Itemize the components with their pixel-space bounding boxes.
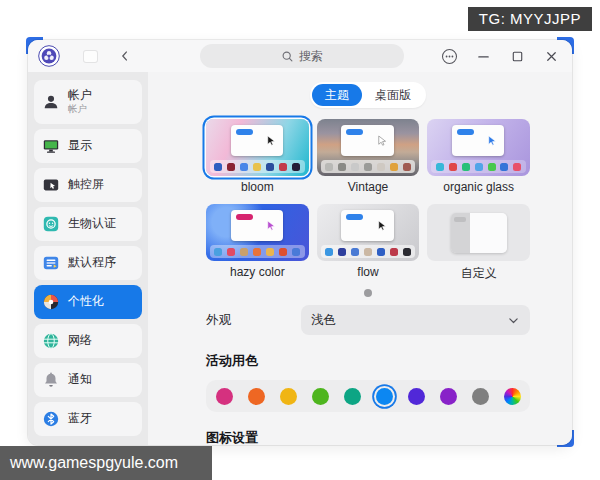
active-color-swatches xyxy=(206,380,530,412)
cursor-icon xyxy=(267,135,276,146)
mini-window xyxy=(231,210,283,241)
theme-name: flow xyxy=(317,265,420,279)
sidebar: 帐户帐户显示触控屏生物认证默认程序个性化网络通知蓝牙 xyxy=(28,72,148,445)
tab[interactable]: 桌面版 xyxy=(362,84,424,106)
dock-app-icon xyxy=(338,163,346,171)
color-swatch[interactable] xyxy=(440,388,457,405)
mini-window-titlebar xyxy=(236,214,253,220)
sidebar-item[interactable]: 帐户帐户 xyxy=(34,80,142,124)
touchscreen-icon xyxy=(42,176,60,194)
minimize-icon[interactable] xyxy=(474,47,492,65)
sidebar-item-label: 网络 xyxy=(68,334,92,348)
sidebar-item-label: 默认程序 xyxy=(68,256,116,270)
menu-ellipsis-icon[interactable] xyxy=(440,47,458,65)
personalization-icon xyxy=(42,293,60,311)
color-swatch[interactable] xyxy=(248,388,265,405)
dock-app-icon xyxy=(462,163,470,171)
sidebar-item-text: 默认程序 xyxy=(68,256,116,270)
dock-app-icon xyxy=(351,163,359,171)
cursor-icon xyxy=(488,135,497,146)
mini-window-titlebar xyxy=(457,129,474,135)
watermark-bottom-left: www.gamespgyule.com xyxy=(0,446,212,480)
sidebar-item-label: 帐户 xyxy=(68,89,92,103)
theme-thumbnail[interactable] xyxy=(317,119,420,176)
dock-app-icon xyxy=(266,163,274,171)
sidebar-item[interactable]: 默认程序 xyxy=(34,246,142,280)
color-swatch[interactable] xyxy=(376,388,393,405)
color-picker-swatch[interactable] xyxy=(504,388,521,405)
mini-dock xyxy=(431,160,526,173)
theme-thumbnail[interactable] xyxy=(427,204,530,261)
search-icon xyxy=(281,50,294,63)
chevron-down-icon xyxy=(507,314,520,327)
dock-app-icon xyxy=(325,163,333,171)
sidebar-item-text: 蓝牙 xyxy=(68,412,92,426)
dock-app-icon xyxy=(351,248,359,256)
theme-name: bloom xyxy=(206,180,309,194)
theme-thumbnail[interactable] xyxy=(206,204,309,261)
sidebar-item[interactable]: 蓝牙 xyxy=(34,402,142,436)
sidebar-item-label: 触控屏 xyxy=(68,178,104,192)
color-swatch[interactable] xyxy=(344,388,361,405)
maximize-icon[interactable] xyxy=(508,47,526,65)
sidebar-item[interactable]: 网络 xyxy=(34,324,142,358)
titlebar: 搜索 xyxy=(28,40,572,72)
app-logo-icon xyxy=(38,45,60,67)
theme-thumbnail[interactable] xyxy=(206,119,309,176)
dock-app-icon xyxy=(227,163,235,171)
sidebar-item-text: 通知 xyxy=(68,373,92,387)
default-apps-icon xyxy=(42,254,60,272)
dock-app-icon xyxy=(227,248,235,256)
search-input[interactable]: 搜索 xyxy=(200,44,404,68)
dock-app-icon xyxy=(403,163,411,171)
dock-app-icon xyxy=(488,163,496,171)
appearance-select[interactable]: 浅色 xyxy=(301,305,530,335)
dock-app-icon xyxy=(364,163,372,171)
dock-app-icon xyxy=(214,248,222,256)
sidebar-item-partial[interactable] xyxy=(34,441,142,445)
dock-app-icon xyxy=(377,163,385,171)
cursor-icon xyxy=(267,220,276,231)
color-swatch[interactable] xyxy=(312,388,329,405)
dock-app-icon xyxy=(253,248,261,256)
theme-thumbnail[interactable] xyxy=(427,119,530,176)
color-swatch[interactable] xyxy=(408,388,425,405)
color-swatch[interactable] xyxy=(280,388,297,405)
custom-theme-preview xyxy=(451,213,507,253)
mini-window-titlebar xyxy=(346,214,363,220)
pagination xyxy=(206,289,530,297)
back-button[interactable] xyxy=(114,45,136,67)
appearance-row: 外观 浅色 xyxy=(206,305,530,335)
sidebar-item[interactable]: 通知 xyxy=(34,363,142,397)
tab[interactable]: 主题 xyxy=(312,84,362,106)
sidebar-item-label: 个性化 xyxy=(68,295,104,309)
color-swatch[interactable] xyxy=(472,388,489,405)
sidebar-item[interactable]: 显示 xyxy=(34,129,142,163)
pin-indicator xyxy=(84,51,97,62)
dock-app-icon xyxy=(279,163,287,171)
pager-dot[interactable] xyxy=(364,289,372,297)
sidebar-item[interactable]: 个性化 xyxy=(34,285,142,319)
theme-card: bloom xyxy=(206,119,309,194)
theme-name: organic glass xyxy=(427,180,530,194)
close-icon[interactable] xyxy=(542,47,560,65)
dock-app-icon xyxy=(500,163,508,171)
appearance-label: 外观 xyxy=(206,312,301,329)
dock-app-icon xyxy=(292,163,300,171)
theme-name: Vintage xyxy=(317,180,420,194)
dock-app-icon xyxy=(240,248,248,256)
color-swatch[interactable] xyxy=(216,388,233,405)
theme-thumbnail[interactable] xyxy=(317,204,420,261)
custom-preview-body xyxy=(470,213,507,253)
bluetooth-icon xyxy=(42,410,60,428)
sidebar-item[interactable]: 生物认证 xyxy=(34,207,142,241)
sidebar-item[interactable]: 触控屏 xyxy=(34,168,142,202)
dock-app-icon xyxy=(403,248,411,256)
display-icon xyxy=(42,137,60,155)
sidebar-item-sublabel: 帐户 xyxy=(68,103,92,114)
dock-app-icon xyxy=(449,163,457,171)
search-placeholder: 搜索 xyxy=(299,48,323,65)
theme-card: 自定义 xyxy=(427,204,530,282)
mini-dock xyxy=(321,245,416,258)
theme-card: hazy color xyxy=(206,204,309,282)
